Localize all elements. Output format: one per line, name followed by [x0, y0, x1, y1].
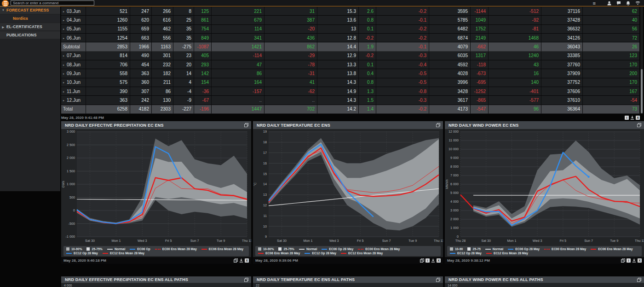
table-scrollbar[interactable]	[640, 7, 643, 114]
chart-plot[interactable]: 3 0002 5002 0001 5001 0005000-500-1 000S…	[61, 129, 251, 245]
table-cell: -1144	[471, 7, 489, 16]
menu-icon[interactable]: ≡	[593, 1, 596, 6]
excel-icon[interactable]: X	[638, 258, 642, 263]
legend-item[interactable]: 25-75	[467, 247, 480, 251]
popout-icon[interactable]	[234, 258, 238, 263]
panel-header[interactable]: NRD DAILY EFFECTIVE PRECIPITATION EC ENS…	[61, 276, 251, 283]
row-expand-icon[interactable]: ▸	[63, 36, 64, 40]
chat-icon[interactable]	[616, 1, 621, 6]
row-expand-icon[interactable]: ▸	[63, 63, 64, 66]
row-expand-icon[interactable]: ▸	[63, 10, 64, 13]
row-label-text: 12.Jun	[67, 98, 80, 103]
info-icon[interactable]: i	[625, 116, 629, 120]
excel-icon[interactable]: X	[636, 116, 640, 120]
row-expand-icon[interactable]: ▸	[63, 90, 64, 93]
legend-item[interactable]: EC00 Ens Mean 28 May	[358, 247, 400, 251]
table-row-12-jun[interactable]: ▸12.Jun363242130-9-67....14.31.5-0.33617…	[61, 96, 640, 105]
legend-item[interactable]: EC12 Ens Mean 28 May	[103, 252, 144, 255]
sidebar-item-publications[interactable]: PUBLICATIONS	[0, 31, 60, 39]
popout-icon[interactable]	[637, 278, 641, 282]
table-cell: 2303	[152, 105, 173, 114]
row-expand-icon[interactable]: ▸	[63, 81, 64, 84]
download-icon[interactable]	[239, 258, 243, 263]
sidebar-item-el-certificates[interactable]: ▶EL-CERTIFICATES	[0, 23, 60, 30]
table-row-subtotal[interactable]: Subtotal285319661163-275-1087142186214.4…	[61, 42, 640, 51]
legend-item[interactable]: EC00 Ens Mean 28 May	[544, 247, 586, 251]
legend-item[interactable]: 10-90%	[258, 247, 274, 251]
bottom-chart-panel-2: NRD DAILY WIND POWER EC ENS ALL PATHS14 …	[445, 276, 644, 287]
info-icon[interactable]: i	[627, 258, 631, 263]
table-cell: -0.1	[376, 16, 429, 24]
row-expand-icon[interactable]: ▸	[63, 27, 64, 30]
table-cell: -20	[264, 25, 317, 34]
table-row-06-jun[interactable]: ▸06.Jun12546635563584934143612.8-0.2-0.2…	[61, 34, 640, 42]
legend-item[interactable]: 25-75%	[86, 247, 102, 251]
popout-icon[interactable]	[637, 123, 641, 127]
popout-icon[interactable]	[420, 258, 424, 263]
table-cell: 454	[130, 60, 152, 69]
legend-item[interactable]: 25-75%	[278, 247, 294, 251]
legend-item[interactable]: EC06 Op 28 May	[322, 247, 353, 251]
legend-item[interactable]: 10-90%	[66, 247, 82, 251]
legend-item[interactable]: 10-90	[450, 247, 463, 251]
sidebar-item-forecast-express[interactable]: ▼FORECAST EXPRESS	[0, 6, 60, 14]
table-row-07-jun[interactable]: ▸07.Jun81449030123405-114-2912.9-0.2-0.3…	[61, 52, 640, 60]
legend-item[interactable]: EC00 Ens Mean 28 May	[155, 247, 197, 251]
popout-icon[interactable]	[436, 278, 440, 282]
info-icon[interactable]: i	[426, 258, 430, 263]
legend-item[interactable]: EC06 Op 28 May	[508, 247, 540, 251]
legend-item[interactable]: EC12 Op 28 May	[66, 252, 98, 255]
legend-item[interactable]: EC06 Ens Mean 28 May	[258, 252, 300, 255]
popout-icon[interactable]	[244, 123, 248, 127]
legend-item[interactable]: EC06 Ens Mean 28 May	[591, 247, 632, 251]
chevron-down-icon[interactable]: ▼	[0, 9, 6, 12]
row-expand-icon[interactable]: ▸	[63, 72, 64, 75]
legend-item[interactable]: EC12 Ens Mean 28 May	[486, 252, 528, 255]
table-row-03-jun[interactable]: ▸03.Jun52124726681252213115.32.6-0.23595…	[61, 7, 640, 16]
chart-plot[interactable]: 12 00011 00010 0009 0008 0007 0006 0005 …	[445, 129, 644, 245]
legend-item[interactable]: Normal	[485, 247, 503, 251]
download-icon[interactable]	[431, 258, 435, 263]
legend-item[interactable]: EC12 Op 28 May	[305, 252, 336, 255]
chart-plot-clipped: 14 000	[445, 283, 644, 287]
bell-icon[interactable]	[626, 1, 630, 6]
panel-header[interactable]: NRD DAILY TEMPERATURE EC ENS	[253, 121, 443, 129]
row-expand-icon[interactable]: ▸	[63, 18, 64, 22]
wifi-icon[interactable]	[635, 1, 640, 5]
app-logo-icon[interactable]	[2, 0, 9, 7]
download-icon[interactable]	[632, 258, 636, 263]
table-row-total[interactable]: Total625841822303-227-196144770214.21.4-…	[61, 105, 640, 114]
excel-icon[interactable]: X	[437, 258, 441, 263]
legend-item[interactable]: EC06 Ens Mean 28 May	[201, 247, 243, 251]
chevron-right-icon[interactable]: ▶	[0, 25, 6, 29]
legend-item[interactable]: EC06 Op	[130, 247, 150, 251]
panel-header[interactable]: NRD DAILY WIND POWER EC ENS	[445, 121, 644, 129]
command-search-input[interactable]	[11, 0, 94, 6]
popout-icon[interactable]	[244, 278, 248, 282]
table-row-10-jun[interactable]: ▸10.Jun57536021141541644114.30.8-0.53996…	[61, 78, 640, 87]
popout-icon[interactable]	[621, 258, 625, 263]
download-icon[interactable]	[630, 116, 634, 120]
table-row-09-jun[interactable]: ▸09.Jun5583631821414286-3113.80.4-0.5402…	[61, 69, 640, 78]
panel-header[interactable]: NRD DAILY WIND POWER EC ENS ALL PATHS	[445, 276, 644, 283]
legend-item[interactable]: Normal	[107, 247, 125, 251]
row-expand-icon[interactable]: ▸	[63, 99, 64, 102]
sidebar-item-nordics[interactable]: Nordics	[0, 15, 60, 22]
table-row-08-jun[interactable]: ▸08.Jun7064542322029347-7813.30.1-0.4459…	[61, 60, 640, 69]
user-icon[interactable]	[607, 1, 611, 6]
table-row-11-jun[interactable]: ▸11.Jun39030786-4-36-157-6214.91.3-0.834…	[61, 87, 640, 96]
legend-item[interactable]: Normal	[299, 247, 317, 251]
panel-header[interactable]: NRD DAILY EFFECTIVE PRECIPITATION EC ENS	[61, 121, 251, 129]
table-row-04-jun[interactable]: ▸04.Jun12606206162586167938713.60.8-0.15…	[61, 16, 640, 24]
legend-item[interactable]: EC12 Ens Mean 28 May	[341, 252, 383, 255]
chart-plot[interactable]: 191817161514131211109Sat 30Mon 1Wed 3Fri…	[253, 129, 443, 245]
table-cell: 6874	[429, 34, 471, 42]
table-row-05-jun[interactable]: ▸05.Jun115565946235754114-20130.1-0.2648…	[61, 25, 640, 34]
legend-swatch	[155, 249, 161, 250]
popout-icon[interactable]	[436, 123, 440, 127]
panel-header[interactable]: NRD DAILY TEMPERATURE EC ENS ALL PATHS	[253, 276, 443, 283]
excel-icon[interactable]: X	[245, 258, 249, 263]
row-expand-icon[interactable]: ▸	[63, 54, 64, 57]
legend-swatch	[86, 247, 90, 251]
legend-item[interactable]: EC12 Op 28 May	[450, 252, 482, 255]
